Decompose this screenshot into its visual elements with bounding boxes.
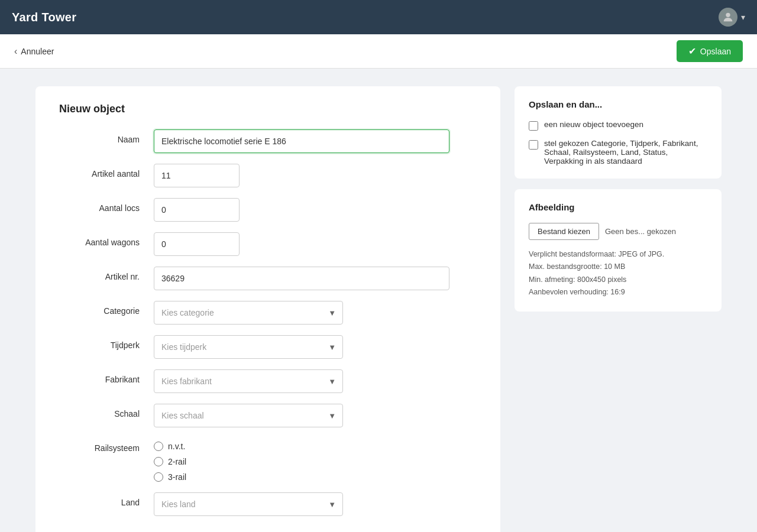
checkbox-new-object-label: een nieuw object toevoegen xyxy=(544,120,643,129)
back-chevron-icon: ‹ xyxy=(14,46,17,57)
image-card: Afbeelding Bestand kiezen Geen bes... ge… xyxy=(515,189,722,312)
artikel-nr-input[interactable] xyxy=(154,267,449,290)
categorie-row: Categorie Kies categorie ▼ xyxy=(59,301,477,325)
radio-3rail-label: 3-rail xyxy=(168,472,186,482)
aantal-locs-row: Aantal locs xyxy=(59,198,477,222)
app-title: Yard Tower xyxy=(12,11,76,24)
svg-point-0 xyxy=(726,13,730,17)
aantal-wagons-row: Aantal wagons xyxy=(59,232,477,256)
file-choose-row: Bestand kiezen Geen bes... gekozen xyxy=(529,223,707,240)
radio-nvt-input[interactable] xyxy=(154,442,163,451)
back-label: Annuleer xyxy=(21,47,54,56)
checkbox-set-defaults-label: stel gekozen Categorie, Tijdperk, Fabrik… xyxy=(544,139,707,166)
tijdperk-row: Tijdperk Kies tijdperk ▼ xyxy=(59,335,477,359)
land-select-wrap: Kies land ▼ xyxy=(154,492,343,516)
radio-2rail-label: 2-rail xyxy=(168,457,186,466)
categorie-select-wrap: Kies categorie ▼ xyxy=(154,301,343,325)
save-options-card: Opslaan en dan... een nieuw object toevo… xyxy=(515,86,722,179)
artikel-aantal-input[interactable] xyxy=(154,164,240,187)
naam-label: Naam xyxy=(59,129,154,144)
file-choose-button[interactable]: Bestand kiezen xyxy=(529,223,599,240)
radio-nvt[interactable]: n.v.t. xyxy=(154,442,186,451)
artikel-nr-label: Artikel nr. xyxy=(59,267,154,281)
image-card-title: Afbeelding xyxy=(529,202,707,212)
tijdperk-select[interactable]: Kies tijdperk xyxy=(154,335,343,359)
page-content: Nieuw object Naam Artikel aantal Aantal … xyxy=(0,69,757,532)
tijdperk-label: Tijdperk xyxy=(59,335,154,350)
radio-2rail[interactable]: 2-rail xyxy=(154,457,186,466)
checkbox-new-object[interactable]: een nieuw object toevoegen xyxy=(529,120,707,131)
schaal-label: Schaal xyxy=(59,404,154,419)
categorie-select[interactable]: Kies categorie xyxy=(154,301,343,325)
file-info-line4: Aanbevolen verhouding: 16:9 xyxy=(529,286,707,299)
checkbox-new-object-input[interactable] xyxy=(529,121,538,131)
save-options-title: Opslaan en dan... xyxy=(529,99,707,109)
file-info-line3: Min. afmeting: 800x450 pixels xyxy=(529,274,707,286)
land-select[interactable]: Kies land xyxy=(154,492,343,516)
fabrikant-select-wrap: Kies fabrikant ▼ xyxy=(154,369,343,393)
checkbox-set-defaults[interactable]: stel gekozen Categorie, Tijdperk, Fabrik… xyxy=(529,139,707,166)
radio-2rail-input[interactable] xyxy=(154,457,163,466)
schaal-select[interactable]: Kies schaal xyxy=(154,404,343,427)
artikel-aantal-row: Artikel aantal xyxy=(59,164,477,187)
chevron-down-icon: ▾ xyxy=(741,12,745,22)
user-menu[interactable]: ▾ xyxy=(719,8,745,27)
back-link[interactable]: ‹ Annuleer xyxy=(14,46,54,57)
schaal-row: Schaal Kies schaal ▼ xyxy=(59,404,477,427)
radio-3rail-input[interactable] xyxy=(154,472,163,482)
form-card-title: Nieuw object xyxy=(59,103,477,115)
artikel-nr-row: Artikel nr. xyxy=(59,267,477,290)
aantal-locs-input[interactable] xyxy=(154,198,240,222)
checkbox-set-defaults-input[interactable] xyxy=(529,140,538,150)
land-label: Land xyxy=(59,492,154,507)
schaal-select-wrap: Kies schaal ▼ xyxy=(154,404,343,427)
railsysteem-row: Railsysteem n.v.t. 2-rail 3-rail xyxy=(59,438,477,482)
file-info: Verplicht bestandsformaat: JPEG of JPG. … xyxy=(529,248,707,299)
form-card: Nieuw object Naam Artikel aantal Aantal … xyxy=(35,86,500,532)
artikel-aantal-label: Artikel aantal xyxy=(59,164,154,179)
save-label: Opslaan xyxy=(700,47,731,56)
naam-row: Naam xyxy=(59,129,477,153)
tijdperk-select-wrap: Kies tijdperk ▼ xyxy=(154,335,343,359)
topbar: ‹ Annuleer ✔ Opslaan xyxy=(0,34,757,69)
save-button[interactable]: ✔ Opslaan xyxy=(677,40,743,62)
fabrikant-select[interactable]: Kies fabrikant xyxy=(154,369,343,393)
file-info-line1: Verplicht bestandsformaat: JPEG of JPG. xyxy=(529,248,707,261)
categorie-label: Categorie xyxy=(59,301,154,316)
fabrikant-label: Fabrikant xyxy=(59,369,154,384)
file-info-line2: Max. bestandsgrootte: 10 MB xyxy=(529,261,707,273)
aantal-wagons-label: Aantal wagons xyxy=(59,232,154,247)
railsysteem-label: Railsysteem xyxy=(59,438,154,453)
radio-nvt-label: n.v.t. xyxy=(168,442,185,451)
file-no-chosen: Geen bes... gekozen xyxy=(605,227,676,236)
radio-3rail[interactable]: 3-rail xyxy=(154,472,186,482)
sidebar: Opslaan en dan... een nieuw object toevo… xyxy=(515,86,722,532)
naam-input[interactable] xyxy=(154,129,449,153)
fabrikant-row: Fabrikant Kies fabrikant ▼ xyxy=(59,369,477,393)
save-check-icon: ✔ xyxy=(688,46,696,57)
aantal-locs-label: Aantal locs xyxy=(59,198,154,213)
railsysteem-radio-group: n.v.t. 2-rail 3-rail xyxy=(154,438,186,482)
aantal-wagons-input[interactable] xyxy=(154,232,240,256)
avatar xyxy=(719,8,737,27)
app-header: Yard Tower ▾ xyxy=(0,0,757,34)
land-row: Land Kies land ▼ xyxy=(59,492,477,516)
